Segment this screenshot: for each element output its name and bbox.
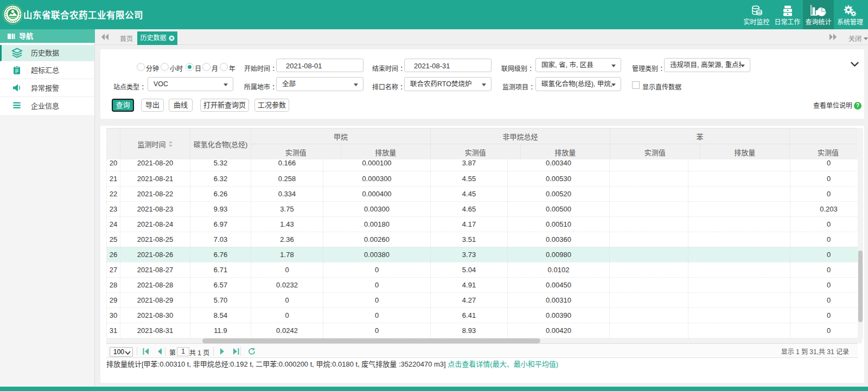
svg-text:?: ? <box>856 102 859 108</box>
